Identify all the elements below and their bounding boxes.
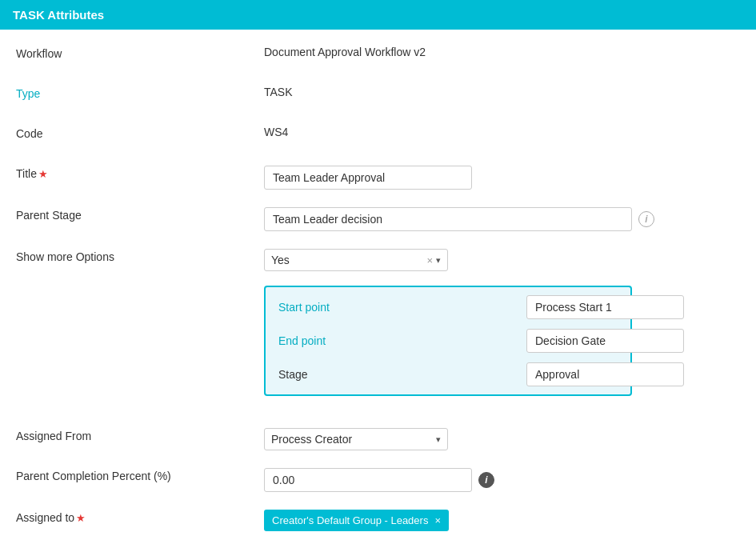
- title-row: Title★: [16, 162, 740, 190]
- completion-percent-info-icon[interactable]: i: [478, 472, 494, 488]
- code-value: WS4: [264, 122, 740, 138]
- assigned-to-tag-close-btn[interactable]: ×: [434, 514, 441, 526]
- start-point-input[interactable]: [526, 295, 684, 319]
- completion-percent-input[interactable]: [264, 468, 472, 492]
- title-input[interactable]: [264, 166, 472, 190]
- parent-stage-row: Parent Stage i: [16, 204, 740, 231]
- show-more-field-container: Yes × ▾: [264, 246, 740, 271]
- code-row: Code WS4: [16, 122, 740, 148]
- start-point-row: Start point: [278, 295, 618, 319]
- assigned-from-field-container: Process Creator ▾: [264, 425, 740, 450]
- assigned-to-label: Assigned to★: [16, 506, 264, 524]
- show-more-label: Show more Options: [16, 246, 264, 263]
- type-row: Type TASK: [16, 82, 740, 108]
- assigned-to-row: Assigned to★ Creator's Default Group - L…: [16, 506, 740, 532]
- workflow-row: Workflow Document Approval Workflow v2: [16, 42, 740, 68]
- parent-stage-label: Parent Stage: [16, 204, 264, 222]
- end-point-input[interactable]: [526, 329, 684, 353]
- completion-percent-field-container: i: [264, 465, 740, 492]
- completion-percent-label: Parent Completion Percent (%): [16, 465, 264, 482]
- assigned-from-label: Assigned From: [16, 425, 264, 442]
- assigned-from-select[interactable]: Process Creator ▾: [264, 428, 448, 450]
- assigned-from-chevron-icon: ▾: [436, 434, 441, 445]
- stage-label: Stage: [278, 368, 526, 381]
- assigned-to-required: ★: [76, 512, 86, 524]
- header: TASK Attributes: [0, 0, 756, 30]
- stage-input[interactable]: [526, 362, 684, 386]
- assigned-to-tag-text: Creator's Default Group - Leaders: [272, 514, 428, 526]
- show-more-value: Yes: [271, 254, 290, 266]
- title-label: Title★: [16, 162, 264, 180]
- code-label: Code: [16, 122, 264, 140]
- show-more-select[interactable]: Yes × ▾: [264, 249, 448, 271]
- show-more-chevron-icon: ▾: [436, 255, 441, 266]
- show-more-clear-btn[interactable]: ×: [426, 254, 433, 266]
- assigned-to-tag: Creator's Default Group - Leaders ×: [264, 510, 449, 531]
- end-point-label: End point: [278, 334, 526, 347]
- title-field-container: [264, 162, 740, 190]
- start-point-label: Start point: [278, 301, 526, 314]
- type-label: Type: [16, 82, 264, 100]
- end-point-row: End point: [278, 329, 618, 353]
- workflow-label: Workflow: [16, 42, 264, 60]
- workflow-value: Document Approval Workflow v2: [264, 42, 740, 58]
- completion-percent-row: Parent Completion Percent (%) i: [16, 465, 740, 492]
- page-title: TASK Attributes: [13, 8, 104, 22]
- assigned-from-value: Process Creator: [271, 433, 352, 446]
- parent-stage-info-icon[interactable]: i: [638, 211, 654, 227]
- stage-row: Stage: [278, 362, 618, 386]
- assigned-from-row: Assigned From Process Creator ▾: [16, 425, 740, 450]
- type-value: TASK: [264, 82, 740, 98]
- assigned-to-field-container: Creator's Default Group - Leaders ×: [264, 506, 740, 531]
- title-required: ★: [38, 168, 48, 180]
- parent-stage-input[interactable]: [264, 207, 632, 231]
- show-more-row: Show more Options Yes × ▾: [16, 246, 740, 271]
- bordered-section: Start point End point Stage: [264, 286, 632, 396]
- parent-stage-field-container: i: [264, 204, 740, 231]
